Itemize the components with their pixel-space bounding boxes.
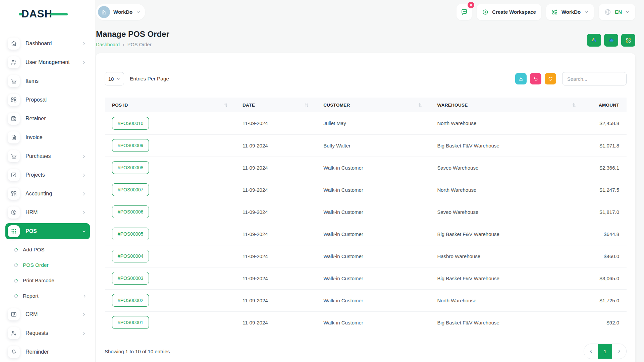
sidebar-item-user-management[interactable]: User Management (5, 54, 90, 70)
date-cell: 11-09-2024 (235, 157, 316, 179)
pos-id-badge[interactable]: #POS00002 (112, 294, 149, 307)
chevron-left-icon (589, 349, 593, 354)
sidebar-item-add-pos[interactable]: Add POS (14, 242, 95, 257)
column-header-label: WAREHOUSE (437, 103, 468, 108)
sidebar-item-pos[interactable]: POS (5, 223, 90, 239)
pos-orders-table: POS ID DATE CUSTOMER WAREHOUSE AMOUNT #P… (105, 98, 627, 334)
page-1-button[interactable]: 1 (598, 344, 612, 359)
logo-dash-accent (19, 13, 22, 15)
previous-page-button[interactable] (584, 344, 598, 359)
sidebar-item-report[interactable]: Report (14, 288, 95, 304)
export-button[interactable] (515, 73, 527, 84)
chevron-down-icon (82, 229, 87, 234)
pagination: 1 (584, 344, 627, 359)
user-plus-icon (8, 327, 20, 339)
pos-id-badge[interactable]: #POS00010 (112, 117, 149, 130)
users-icon (8, 56, 20, 68)
sidebar-item-label: Items (25, 78, 39, 84)
table-row: #POS00006 11-09-2024 Walk-in Customer Sa… (105, 201, 627, 223)
pos-id-badge[interactable]: #POS00004 (112, 250, 149, 262)
sidebar-item-hrm[interactable]: HRM (5, 204, 90, 221)
sidebar-item-projects[interactable]: Projects (5, 167, 90, 183)
home-icon (8, 38, 20, 50)
chevron-down-icon (116, 77, 120, 81)
customer-cell: Walk-in Customer (316, 201, 430, 223)
pos-id-badge[interactable]: #POS00005 (112, 228, 149, 240)
search-input[interactable] (562, 72, 627, 85)
pos-id-badge[interactable]: #POS00007 (112, 183, 149, 196)
sort-icon (305, 103, 309, 107)
pos-id-badge[interactable]: #POS00009 (112, 139, 149, 152)
entries-value: 10 (108, 76, 114, 82)
chevron-right-icon (82, 191, 87, 196)
app-logo[interactable]: DASH (21, 8, 72, 21)
pos-id-cell: #POS00005 (105, 223, 235, 245)
cart-icon (8, 150, 20, 162)
entries-per-page-select[interactable]: 10 (105, 72, 124, 85)
column-header-label: CUSTOMER (323, 103, 350, 108)
pos-id-badge[interactable]: #POS00008 (112, 161, 149, 174)
sort-icon (224, 103, 228, 107)
warehouse-cell: Saveo Warehouse (430, 157, 584, 179)
sidebar-item-label: Reminder (25, 349, 49, 355)
breadcrumb-dashboard-link[interactable]: Dashboard (96, 42, 120, 47)
sidebar-item-pos-order[interactable]: POS Order (14, 257, 95, 273)
invoice-icon (8, 131, 20, 143)
sidebar-item-purchases[interactable]: Purchases (5, 148, 90, 164)
sidebar-item-proposal[interactable]: Proposal (5, 92, 90, 108)
pos-id-badge[interactable]: #POS00003 (112, 272, 149, 285)
sidebar-item-invoice[interactable]: Invoice (5, 129, 90, 145)
pos-id-cell: #POS00009 (105, 134, 235, 157)
sidebar-item-label: Proposal (25, 97, 47, 103)
breadcrumb-separator: › (123, 42, 124, 47)
language-code: EN (615, 9, 622, 15)
bullet-icon (13, 247, 18, 252)
table-row: #POS00002 11-09-2024 Walk-in Customer No… (105, 289, 627, 311)
amount-cell: $1,247.5 (584, 179, 627, 201)
workspace-switcher[interactable]: WorkDo (96, 4, 145, 20)
google-drive-button[interactable] (587, 34, 601, 47)
sidebar-item-items[interactable]: Items (5, 73, 90, 89)
sidebar-item-reminder[interactable]: Reminder (5, 344, 90, 360)
column-header-customer[interactable]: CUSTOMER (316, 98, 430, 112)
pos-id-badge[interactable]: #POS00001 (112, 316, 149, 329)
messages-button[interactable]: 0 (457, 4, 472, 20)
sidebar-item-accounting[interactable]: Accounting (5, 186, 90, 202)
logo-green-bar (50, 13, 68, 15)
sidebar-item-label: CRM (25, 311, 38, 317)
column-header-date[interactable]: DATE (235, 98, 316, 112)
column-header-warehouse[interactable]: WAREHOUSE (430, 98, 584, 112)
date-cell: 11-09-2024 (235, 267, 316, 289)
sidebar-item-dashboard[interactable]: Dashboard (5, 36, 90, 52)
sidebar-item-label: Projects (25, 172, 45, 178)
sidebar-item-label: HRM (25, 209, 38, 216)
customer-cell: Buffy Walter (316, 134, 430, 157)
table-row: #POS00005 11-09-2024 Walk-in Customer Bi… (105, 223, 627, 245)
language-selector[interactable]: EN (599, 4, 635, 20)
column-header-pos-id[interactable]: POS ID (105, 98, 235, 112)
pos-id-badge[interactable]: #POS00006 (112, 205, 149, 218)
workspace-menu-button[interactable]: WorkDo (546, 4, 594, 20)
sidebar-item-retainer[interactable]: Retainer (5, 111, 90, 127)
warehouse-cell: Big Basket F&V Warehouse (430, 311, 584, 334)
customer-cell: Walk-in Customer (316, 179, 430, 201)
chevron-right-icon (82, 331, 87, 336)
pos-id-cell: #POS00007 (105, 179, 235, 201)
onedrive-button[interactable] (604, 34, 618, 47)
chevron-right-icon (617, 349, 622, 354)
bell-icon (8, 346, 20, 358)
grid-view-button[interactable] (621, 34, 635, 47)
sidebar-item-requests[interactable]: Requests (5, 325, 90, 341)
sidebar-item-crm[interactable]: CRM (5, 306, 90, 322)
refresh-button[interactable] (545, 73, 556, 84)
date-cell: 11-09-2024 (235, 289, 316, 311)
warehouse-cell: Big Basket F&V Warehouse (430, 267, 584, 289)
next-page-button[interactable] (612, 344, 626, 359)
chevron-right-icon (82, 173, 87, 178)
reset-button[interactable] (530, 73, 541, 84)
sidebar-item-print-barcode[interactable]: Print Barcode (14, 273, 95, 288)
column-header-amount[interactable]: AMOUNT (584, 98, 627, 112)
create-workspace-button[interactable]: Create Workspace (477, 4, 541, 20)
chevron-right-icon (82, 60, 87, 65)
date-cell: 11-09-2024 (235, 201, 316, 223)
